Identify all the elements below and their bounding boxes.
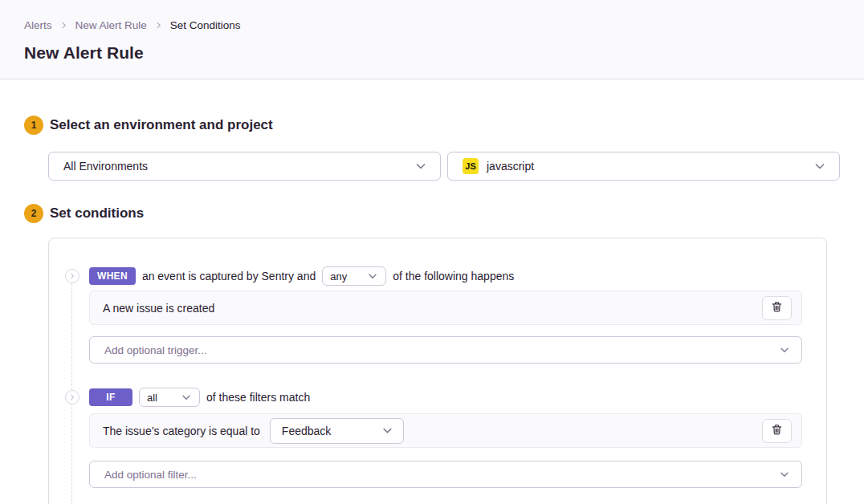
chevron-down-icon (414, 160, 427, 173)
chevron-right-icon (59, 21, 68, 30)
when-condition-row: WHEN an event is captured by Sentry and … (89, 267, 802, 285)
delete-trigger-button[interactable] (762, 296, 792, 320)
environment-select-value: All Environments (63, 160, 148, 173)
trigger-row-label: A new issue is created (103, 302, 214, 315)
add-filter-placeholder: Add optional filter... (104, 469, 197, 481)
page-header: Alerts New Alert Rule Set Conditions New… (0, 0, 864, 79)
filter-row: The issue’s category is equal to Feedbac… (89, 413, 802, 448)
step-1-heading: 1 Select an environment and project (24, 116, 840, 135)
delete-filter-button[interactable] (762, 419, 792, 443)
step-2-heading: 2 Set conditions (24, 204, 840, 223)
chevron-down-icon (367, 270, 378, 282)
main-content: 1 Select an environment and project All … (0, 116, 864, 504)
step-2-title: Set conditions (50, 205, 144, 222)
if-text-after: of these filters match (206, 391, 310, 404)
trash-icon (771, 301, 783, 315)
chevron-circle-icon (65, 269, 79, 283)
chevron-down-icon (181, 392, 192, 403)
when-match-value: any (330, 270, 347, 282)
breadcrumb-link-alerts[interactable]: Alerts (24, 19, 52, 31)
project-select-value: javascript (487, 160, 534, 173)
filter-category-value: Feedback (282, 425, 331, 437)
project-select[interactable]: JS javascript (447, 152, 840, 181)
step-1-title: Select an environment and project (50, 117, 273, 133)
add-trigger-placeholder: Add optional trigger... (104, 344, 207, 356)
when-badge: WHEN (89, 267, 136, 285)
breadcrumb: Alerts New Alert Rule Set Conditions (24, 19, 840, 31)
chevron-down-icon (779, 344, 790, 356)
chevron-down-icon (779, 469, 790, 480)
filter-category-select[interactable]: Feedback (270, 418, 404, 444)
trash-icon (771, 424, 783, 438)
if-badge: IF (89, 388, 132, 406)
add-optional-filter-select[interactable]: Add optional filter... (89, 461, 802, 488)
add-optional-trigger-select[interactable]: Add optional trigger... (89, 336, 802, 364)
when-match-select[interactable]: any (322, 266, 386, 286)
chevron-circle-icon (65, 390, 79, 404)
chevron-down-icon (381, 425, 393, 437)
if-match-value: all (147, 392, 157, 404)
if-condition-row: IF all of these filters match (89, 388, 802, 406)
trigger-row: A new issue is created (89, 291, 802, 325)
conditions-card: WHEN an event is captured by Sentry and … (48, 238, 827, 504)
if-match-select[interactable]: all (139, 388, 200, 407)
chevron-down-icon (813, 160, 826, 173)
environment-project-row: All Environments JS javascript (48, 152, 840, 181)
breadcrumb-link-new-alert-rule[interactable]: New Alert Rule (75, 19, 147, 31)
step-1-number-badge: 1 (24, 116, 43, 135)
chevron-right-icon (154, 21, 163, 30)
when-text-after: of the following happens (393, 270, 514, 282)
environment-select[interactable]: All Environments (48, 152, 441, 181)
breadcrumb-current: Set Conditions (170, 19, 241, 31)
page-title: New Alert Rule (24, 43, 840, 63)
when-text-before: an event is captured by Sentry and (142, 270, 316, 282)
javascript-platform-icon: JS (463, 158, 479, 174)
step-2-number-badge: 2 (24, 204, 43, 223)
filter-row-label: The issue’s category is equal to (103, 425, 260, 437)
